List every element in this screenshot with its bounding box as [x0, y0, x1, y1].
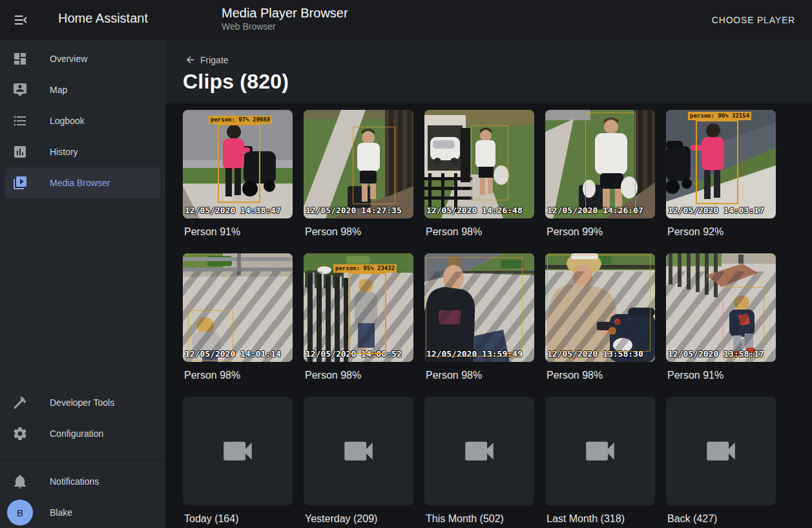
clip-card: 12/05/2020 14:01:14 Person 98% — [183, 253, 293, 397]
sidebar-item-label: Logbook — [50, 116, 85, 126]
detection-bounding-box — [426, 257, 523, 357]
clip-card: 12/05/2020 13:59:49 Person 98% — [424, 253, 534, 397]
clip-thumbnail[interactable]: person: 95% 23432 12/05/2020 14:00:52 — [304, 253, 413, 362]
folder-tile[interactable] — [424, 397, 534, 505]
folder-tile[interactable] — [545, 397, 655, 505]
folder-tile[interactable] — [666, 397, 776, 505]
detection-bounding-box — [188, 310, 233, 361]
sidebar-item-label: History — [50, 147, 78, 157]
clip-title: Person 91% — [667, 370, 775, 381]
detection-bounding-box — [471, 125, 508, 200]
sidebar-profile[interactable]: B Blake — [5, 497, 160, 528]
clip-card: 12/05/2020 14:27:35 Person 98% — [304, 110, 413, 253]
sidebar-item-logbook[interactable]: Logbook — [5, 105, 160, 136]
gear-icon — [12, 426, 28, 441]
arrow-left-icon — [185, 54, 196, 65]
sidebar-item-developer-tools[interactable]: Developer Tools — [5, 387, 160, 418]
clip-title: Person 98% — [426, 226, 533, 238]
page-title: Media Player Browser — [222, 5, 348, 21]
video-icon — [702, 432, 740, 470]
folder-tile[interactable] — [183, 397, 293, 505]
sidebar-item-history[interactable]: History — [5, 136, 160, 167]
clip-title: Person 98% — [426, 370, 533, 381]
clip-timestamp: 12/05/2020 14:26:48 — [426, 206, 523, 215]
clip-card: 12/05/2020 13:58:30 Person 98% — [545, 253, 655, 397]
folder-tile[interactable] — [304, 397, 413, 505]
sidebar-item-overview[interactable]: Overview — [5, 43, 160, 74]
clip-title: Person 98% — [305, 370, 412, 381]
clip-thumbnail[interactable]: person: 96% 32154 12/05/2020 14:03:17 — [666, 110, 776, 218]
sidebar-item-map[interactable]: Map — [5, 74, 160, 105]
clip-thumbnail[interactable]: 12/05/2020 14:26:07 — [545, 110, 655, 218]
detection-bounding-box — [218, 124, 260, 203]
detection-bounding-box — [353, 127, 395, 204]
clip-thumbnail[interactable]: 12/05/2020 13:58:17 — [666, 253, 776, 362]
detection-bounding-box — [349, 273, 386, 354]
folder-card-this-month: This Month (502) — [424, 397, 534, 528]
sidebar-item-label: Configuration — [50, 428, 103, 439]
bell-icon — [12, 474, 28, 489]
folder-title: This Month (502) — [426, 513, 533, 525]
sidebar-item-label: Developer Tools — [50, 397, 114, 408]
detection-bounding-box — [696, 120, 738, 204]
clip-timestamp: 12/05/2020 14:03:17 — [668, 206, 764, 215]
detection-bounding-box — [723, 287, 764, 358]
page-heading: Media Player Browser Web Browser — [222, 5, 348, 32]
clip-card: person: 97% 29988 12/05/2020 14:38:47 Pe… — [183, 110, 293, 253]
page-section-title: Clips (820) — [183, 70, 289, 94]
app-bar: Home Assistant Media Player Browser Web … — [0, 0, 812, 40]
folder-title: Today (164) — [184, 513, 291, 525]
clip-thumbnail[interactable]: 12/05/2020 13:59:49 — [424, 253, 534, 362]
clip-card: person: 95% 23432 12/05/2020 14:00:52 Pe… — [304, 253, 413, 397]
sidebar-item-label: Notifications — [50, 476, 99, 487]
clips-grid: person: 97% 29988 12/05/2020 14:38:47 Pe… — [165, 103, 812, 528]
detection-bounding-box — [547, 255, 651, 352]
sidebar-toggle-button[interactable] — [13, 12, 28, 28]
content-header: Frigate Clips (820) — [165, 40, 812, 103]
sidebar-item-label: Media Browser — [50, 178, 110, 188]
sidebar-item-notifications[interactable]: Notifications — [5, 466, 160, 497]
folder-card-last-month: Last Month (318) — [545, 397, 655, 528]
clip-title: Person 99% — [547, 226, 654, 238]
clip-card: 12/05/2020 14:26:48 Person 98% — [424, 110, 534, 253]
detection-label: person: 96% 32154 — [688, 112, 751, 120]
account-location-icon — [12, 82, 28, 98]
sidebar-main-items: Overview Map Logbook History Media Brows… — [0, 40, 165, 198]
detection-label: person: 97% 29988 — [209, 116, 272, 124]
clip-timestamp: 12/05/2020 14:38:47 — [185, 206, 281, 215]
clip-card: 12/05/2020 14:26:07 Person 99% — [545, 110, 655, 253]
sidebar-toggle-icon — [13, 20, 28, 30]
clip-card: person: 96% 32154 12/05/2020 14:03:17 Pe… — [666, 110, 776, 253]
video-icon — [461, 432, 498, 470]
app-title: Home Assistant — [58, 11, 148, 26]
page-subtitle: Web Browser — [222, 21, 348, 32]
video-icon — [340, 432, 377, 470]
choose-player-button[interactable]: CHOOSE PLAYER — [708, 14, 799, 26]
avatar: B — [7, 500, 33, 525]
sidebar-item-label: Map — [50, 85, 67, 95]
folder-card-today: Today (164) — [183, 397, 293, 528]
folder-title: Back (427) — [667, 513, 775, 525]
list-bulleted-icon — [12, 113, 28, 129]
clip-thumbnail[interactable]: person: 97% 29988 12/05/2020 14:38:47 — [183, 110, 293, 218]
clip-thumbnail[interactable]: 12/05/2020 14:27:35 — [304, 110, 413, 218]
clip-title: Person 91% — [184, 226, 291, 238]
folder-card-yesterday: Yesterday (209) — [304, 397, 413, 528]
sidebar-item-media-browser[interactable]: Media Browser — [5, 167, 160, 198]
clip-title: Person 92% — [667, 226, 775, 238]
clip-card: 12/05/2020 13:58:17 Person 91% — [666, 253, 776, 397]
breadcrumb-back-frigate[interactable]: Frigate — [185, 54, 229, 65]
folder-title: Last Month (318) — [547, 513, 654, 525]
clip-title: Person 98% — [305, 226, 412, 238]
clip-timestamp: 12/05/2020 14:27:35 — [306, 206, 402, 215]
sidebar-spacer — [0, 198, 165, 387]
video-icon — [581, 432, 619, 470]
clip-thumbnail[interactable]: 12/05/2020 14:26:48 — [424, 110, 534, 218]
clip-thumbnail[interactable]: 12/05/2020 14:01:14 — [183, 253, 293, 362]
folder-card-back: Back (427) — [666, 397, 776, 528]
play-box-multiple-icon — [12, 175, 28, 191]
sidebar-item-configuration[interactable]: Configuration — [5, 418, 160, 449]
clip-thumbnail[interactable]: 12/05/2020 13:58:30 — [545, 253, 655, 362]
sidebar: Overview Map Logbook History Media Brows… — [0, 40, 165, 528]
content-body: person: 97% 29988 12/05/2020 14:38:47 Pe… — [165, 103, 812, 528]
